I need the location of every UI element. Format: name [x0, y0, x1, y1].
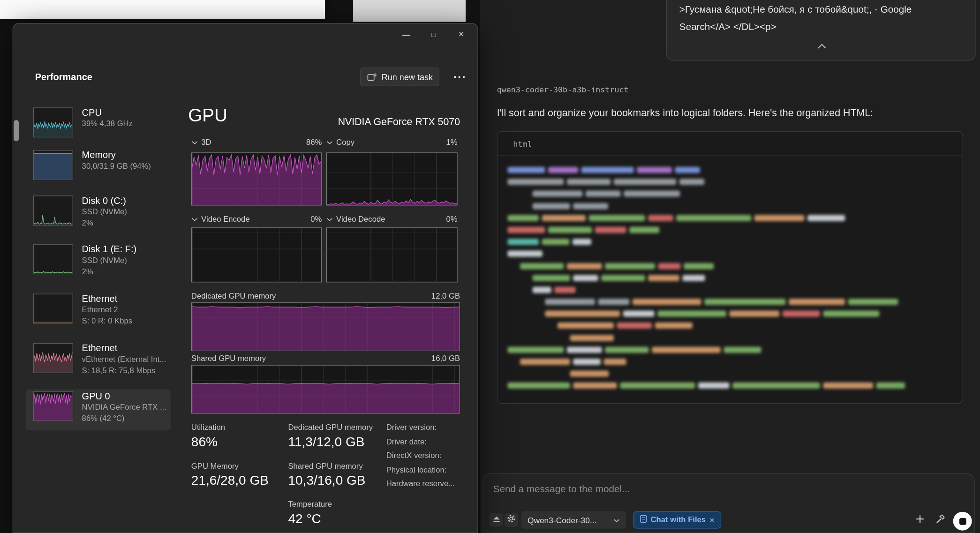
video-decode-chart	[326, 227, 458, 282]
sidebar-item-title: Ethernet	[82, 342, 118, 353]
new-chat-button[interactable]: +	[912, 510, 928, 529]
eject-model-button[interactable]	[490, 513, 503, 526]
sidebar-item-sub2: 86% (42 °C)	[82, 414, 125, 423]
shared-memory-chart	[191, 365, 460, 413]
model-selector[interactable]: Qwen3-Coder-30...	[521, 511, 626, 528]
run-new-task-button[interactable]: Run new task	[360, 68, 439, 86]
sidebar-item-sub: NVIDIA GeForce RTX ...	[82, 403, 166, 412]
background-window-white[interactable]	[0, 0, 325, 19]
user-message-snippet: >Гусмана &quot;Не бойся, я с тобой&quot;…	[666, 0, 976, 60]
chart-video-encode-label: Video Encode	[201, 215, 249, 224]
sidebar-item-title: Disk 1 (E: F:)	[82, 244, 137, 255]
video-encode-chart	[191, 227, 322, 282]
sidebar-item-gpu0[interactable]: GPU 0 NVIDIA GeForce RTX ... 86% (42 °C)	[26, 389, 171, 430]
stop-icon	[959, 518, 966, 525]
gpu-3d-chart	[191, 152, 322, 205]
chevron-down-icon	[191, 215, 198, 224]
chat-with-files-badge[interactable]: Chat with Files ×	[633, 511, 721, 528]
chart-copy-toggle[interactable]: Copy	[326, 138, 354, 147]
sidebar-item-sub2: S: 18,5 R: 75,8 Mbps	[82, 366, 156, 375]
tools-icon	[935, 516, 946, 527]
gpu-memory-value: 21,6/28,0 GB	[191, 473, 269, 488]
cpu-mini-graph	[33, 107, 73, 137]
sidebar-item-title: Disk 0 (C:)	[82, 195, 126, 206]
hardware-reserved-label: Hardware reserve...	[386, 479, 455, 488]
chart-video-encode-value: 0%	[310, 215, 322, 224]
gpu-mini-graph	[33, 391, 73, 421]
run-new-task-icon	[367, 72, 377, 82]
sidebar-item-sub2: S: 0 R: 0 Kbps	[82, 317, 132, 326]
sidebar-item-sub2: 2%	[82, 267, 93, 276]
driver-version-label: Driver version:	[386, 423, 437, 432]
sidebar-item-sub: SSD (NVMe)	[82, 256, 127, 265]
dedicated-usage-label: Dedicated GPU memory	[288, 423, 373, 432]
snippet-text-line2: Search</A> </DL><p>	[679, 21, 776, 32]
sidebar-item-sub: SSD (NVMe)	[82, 208, 127, 217]
chart-3d-toggle[interactable]: 3D	[191, 138, 211, 147]
chevron-down-icon	[191, 138, 198, 147]
message-input[interactable]: Send a message to the model...	[493, 484, 630, 495]
memory-mini-graph	[33, 150, 73, 180]
code-block-header: html	[498, 132, 963, 156]
sidebar-item-title: Ethernet	[82, 293, 118, 304]
sidebar-item-sub: 39% 4,38 GHz	[82, 120, 133, 128]
sidebar-item-title: Memory	[82, 150, 116, 160]
chart-video-decode-value: 0%	[446, 215, 458, 224]
sidebar-item-ethernet2[interactable]: Ethernet vEthernet (External Int... S: 1…	[26, 341, 171, 381]
background-window-gray[interactable]	[353, 0, 466, 22]
code-block-content	[507, 167, 955, 395]
shared-usage-label: Shared GPU memory	[288, 462, 362, 471]
shared-memory-max: 16,0 GB	[431, 354, 460, 363]
chat-input-container: Send a message to the model... Qwen3-Cod…	[482, 473, 975, 533]
model-selector-label: Qwen3-Coder-30...	[528, 515, 613, 525]
dedicated-memory-max: 12,0 GB	[431, 292, 460, 300]
maximize-button[interactable]: □	[420, 25, 448, 44]
collapse-message-button[interactable]	[815, 42, 828, 52]
performance-sidebar: CPU 39% 4,38 GHz Memory 30,0/31,9 GB (94…	[26, 24, 176, 533]
chart-video-decode-label: Video Decode	[336, 215, 385, 224]
disk1-mini-graph	[33, 244, 73, 274]
close-button[interactable]: ×	[447, 25, 475, 44]
chevron-down-icon	[613, 514, 620, 525]
sidebar-item-sub2: 2%	[82, 219, 93, 228]
chart-copy-value: 1%	[446, 138, 458, 147]
more-options-button[interactable]: ···	[451, 68, 469, 86]
sidebar-item-sub: vEthernet (External Int...	[82, 355, 166, 364]
gpu-panel-title: GPU	[188, 105, 227, 126]
sidebar-item-disk0[interactable]: Disk 0 (C:) SSD (NVMe) 2%	[26, 194, 171, 233]
sidebar-item-ethernet1[interactable]: Ethernet Ethernet 2 S: 0 R: 0 Kbps	[26, 292, 171, 331]
sidebar-item-title: GPU 0	[82, 390, 110, 401]
task-manager-window: — □ × Performance Run new task ··· CPU 3…	[13, 23, 478, 533]
screen: >Гусмана &quot;Не бойся, я с тобой&quot;…	[0, 0, 980, 533]
chart-copy-label: Copy	[336, 138, 354, 147]
nav-rail-indicator	[14, 120, 19, 141]
physical-location-label: Physical location:	[386, 465, 447, 474]
model-name-label: qwen3-coder-30b-a3b-instruct	[497, 85, 629, 94]
snippet-text-line1: >Гусмана &quot;Не бойся, я с тобой&quot;…	[679, 4, 912, 15]
chart-video-encode-toggle[interactable]: Video Encode	[191, 215, 250, 224]
run-new-task-label: Run new task	[382, 72, 433, 82]
chart-video-decode-toggle[interactable]: Video Decode	[326, 215, 385, 224]
sidebar-item-memory[interactable]: Memory 30,0/31,9 GB (94%)	[26, 148, 171, 188]
code-block: html	[497, 131, 963, 404]
sidebar-item-disk1[interactable]: Disk 1 (E: F:) SSD (NVMe) 2%	[26, 242, 171, 282]
shared-memory-label: Shared GPU memory	[191, 354, 266, 363]
eject-icon	[492, 514, 500, 525]
chevron-up-icon	[817, 41, 827, 53]
tools-button[interactable]	[935, 514, 947, 526]
sidebar-item-title: CPU	[82, 107, 102, 118]
driver-date-label: Driver date:	[386, 437, 427, 446]
settings-button[interactable]	[505, 513, 518, 526]
minimize-button[interactable]: —	[392, 25, 420, 44]
ethernet1-mini-graph	[33, 293, 73, 323]
dedicated-usage-value: 11,3/12,0 GB	[288, 434, 364, 449]
chevron-down-icon	[326, 215, 333, 224]
chevron-down-icon	[326, 138, 333, 147]
code-language-label: html	[513, 139, 532, 149]
temperature-label: Temperature	[288, 500, 332, 509]
stop-generation-button[interactable]	[953, 512, 972, 531]
close-icon[interactable]: ×	[709, 516, 715, 525]
ethernet2-mini-graph	[33, 343, 73, 373]
sidebar-item-cpu[interactable]: CPU 39% 4,38 GHz	[26, 105, 171, 145]
sidebar-item-sub: 30,0/31,9 GB (94%)	[82, 162, 151, 171]
